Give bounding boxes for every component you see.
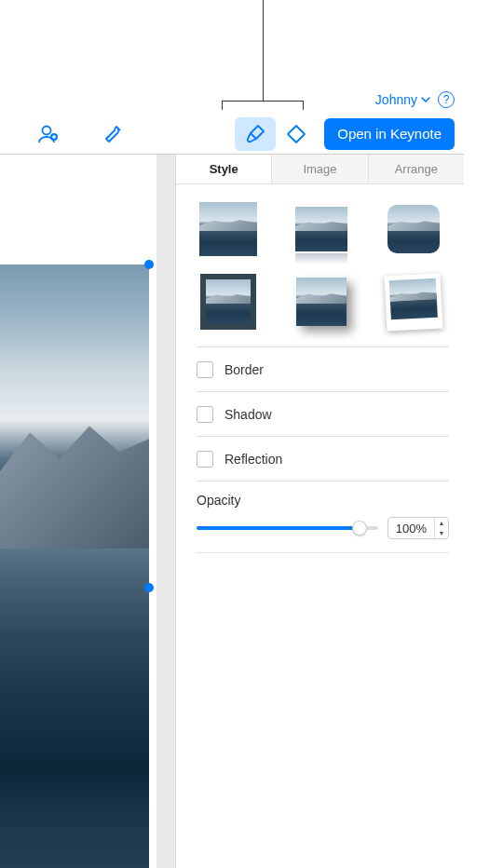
- tab-arrange[interactable]: Arrange: [369, 155, 464, 183]
- border-checkbox[interactable]: [197, 361, 213, 378]
- style-preset-rounded[interactable]: [382, 201, 445, 257]
- stepper-down[interactable]: ▼: [435, 528, 448, 538]
- border-label: Border: [224, 362, 264, 377]
- diamond-icon: [285, 124, 307, 144]
- animate-button[interactable]: [276, 117, 317, 151]
- user-menu[interactable]: Johnny: [375, 92, 430, 107]
- opacity-stepper: 100% ▲ ▼: [387, 517, 449, 539]
- stepper-up[interactable]: ▲: [435, 518, 448, 528]
- callout-line: [263, 0, 264, 101]
- svg-point-0: [43, 126, 51, 134]
- opacity-slider[interactable]: [197, 521, 378, 536]
- format-button[interactable]: [235, 117, 276, 151]
- style-preset-border[interactable]: [197, 274, 260, 330]
- toolbar-right: Open in Keynote: [235, 117, 455, 151]
- tab-label: Style: [210, 162, 238, 176]
- reflection-checkbox[interactable]: [197, 451, 213, 468]
- inspector-tabs: Style Image Arrange: [176, 155, 464, 184]
- open-button-label: Open in Keynote: [337, 126, 442, 142]
- selection-handle[interactable]: [144, 260, 154, 269]
- slider-thumb[interactable]: [352, 521, 367, 536]
- tab-image[interactable]: Image: [272, 155, 368, 183]
- help-button[interactable]: ?: [438, 91, 455, 108]
- paintbrush-icon: [245, 124, 265, 144]
- opacity-label: Opacity: [197, 493, 240, 508]
- slider-fill: [197, 526, 360, 530]
- collaborate-button[interactable]: [28, 117, 69, 151]
- canvas-area: [0, 155, 175, 868]
- inspector-body: Border Shadow Reflection Opacity: [176, 184, 464, 553]
- stepper-buttons: ▲ ▼: [435, 518, 448, 538]
- shadow-row: Shadow: [197, 392, 449, 437]
- tab-label: Image: [303, 162, 336, 176]
- chevron-down-icon: [421, 97, 430, 102]
- callout-bracket: [222, 101, 304, 110]
- app-window: Johnny ?: [0, 86, 464, 868]
- reflection-label: Reflection: [224, 452, 282, 467]
- style-preset-shadow[interactable]: [290, 274, 353, 330]
- tab-label: Arrange: [395, 162, 438, 176]
- border-row: Border: [197, 347, 449, 392]
- opacity-controls: 100% ▲ ▼: [197, 508, 449, 553]
- username-label: Johnny: [375, 92, 417, 107]
- reflection-row: Reflection: [197, 437, 449, 481]
- opacity-value[interactable]: 100%: [388, 518, 435, 538]
- selected-image[interactable]: [0, 264, 149, 868]
- style-preset-grid: [197, 201, 449, 330]
- person-plus-icon: [37, 124, 60, 144]
- style-preset-plain[interactable]: [197, 201, 260, 257]
- open-in-keynote-button[interactable]: Open in Keynote: [324, 118, 455, 150]
- toolbar-left: [28, 117, 235, 151]
- shadow-label: Shadow: [224, 407, 272, 422]
- selection-handle[interactable]: [144, 583, 154, 592]
- wrench-icon: [103, 124, 124, 144]
- style-preset-reflection[interactable]: [290, 201, 353, 257]
- tab-style[interactable]: Style: [176, 155, 272, 183]
- shadow-checkbox[interactable]: [197, 406, 213, 423]
- format-inspector: Style Image Arrange Border Shadow: [175, 155, 464, 868]
- tools-button[interactable]: [93, 117, 134, 151]
- opacity-section: Opacity 100% ▲ ▼: [197, 481, 449, 553]
- image-content: [0, 420, 149, 549]
- style-preset-photo[interactable]: [382, 274, 445, 330]
- toolbar: Open in Keynote: [0, 114, 464, 155]
